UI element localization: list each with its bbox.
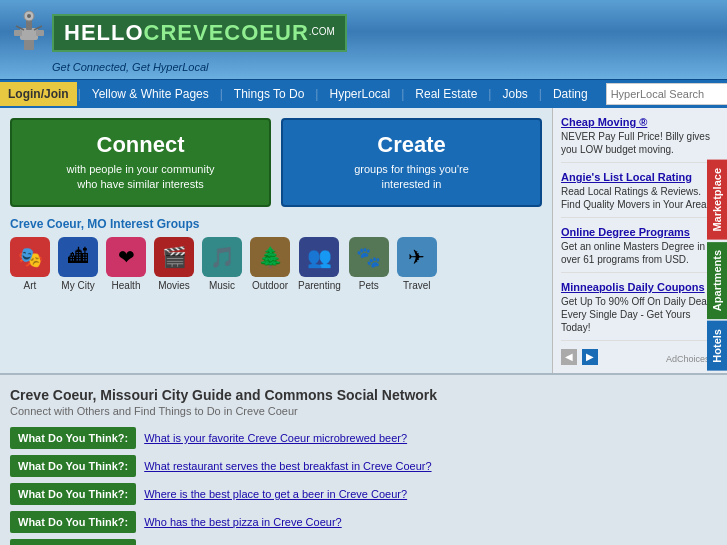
create-title: Create xyxy=(295,132,528,158)
my-city-label: My City xyxy=(61,280,94,291)
ad-angies-list: Angie's List Local Rating Read Local Rat… xyxy=(561,171,719,218)
ad-online-degree: Online Degree Programs Get an online Mas… xyxy=(561,226,719,273)
logo-text-box[interactable]: HELLOCREVECOEUR.COM xyxy=(52,14,347,52)
marketplace-tab[interactable]: Marketplace xyxy=(707,160,727,240)
nav-dating[interactable]: Dating xyxy=(543,82,598,106)
ad-prev-button[interactable]: ◀ xyxy=(561,349,577,365)
health-icon: ❤ xyxy=(106,237,146,277)
interest-music[interactable]: 🎵 Music xyxy=(202,237,242,291)
svg-point-6 xyxy=(27,14,31,18)
music-icon: 🎵 xyxy=(202,237,242,277)
nav-yellow-white[interactable]: Yellow & White Pages xyxy=(82,82,219,106)
parenting-label: Parenting xyxy=(298,280,341,291)
svg-rect-2 xyxy=(14,30,22,36)
outdoor-icon: 🌲 xyxy=(250,237,290,277)
ads-sidebar: Cheap Moving ® NEVER Pay Full Price! Bil… xyxy=(552,108,727,373)
logo-hello: HELLO xyxy=(64,20,144,45)
bottom-subtitle: Connect with Others and Find Things to D… xyxy=(10,405,717,417)
movies-label: Movies xyxy=(158,280,190,291)
nav-real-estate[interactable]: Real Estate xyxy=(405,82,487,106)
ad-online-degree-text: Get an online Masters Degree in over 61 … xyxy=(561,240,719,266)
satellite-icon xyxy=(10,8,48,58)
header-logo: HELLOCREVECOEUR.COM Get Connected, Get H… xyxy=(10,8,347,73)
bottom-section: Creve Coeur, Missouri City Guide and Com… xyxy=(0,373,727,545)
question-label-5: What Do You Think?: xyxy=(10,539,136,545)
ad-angies-list-text: Read Local Ratings & Reviews. Find Quali… xyxy=(561,185,719,211)
ad-angies-list-link[interactable]: Angie's List Local Rating xyxy=(561,171,719,183)
interest-travel[interactable]: ✈ Travel xyxy=(397,237,437,291)
svg-rect-3 xyxy=(36,30,44,36)
search-input[interactable] xyxy=(611,88,727,100)
question-label-2: What Do You Think?: xyxy=(10,455,136,477)
search-box: 🔍 xyxy=(606,83,727,105)
nav-jobs[interactable]: Jobs xyxy=(492,82,537,106)
main-content: Connect with people in your communitywho… xyxy=(0,108,727,373)
ad-minneapolis-coupons-link[interactable]: Minneapolis Daily Coupons xyxy=(561,281,719,293)
connect-title: Connect xyxy=(24,132,257,158)
page-wrapper: HELLOCREVECOEUR.COM Get Connected, Get H… xyxy=(0,0,727,545)
ad-minneapolis-coupons-text: Get Up To 90% Off On Daily Deals Every S… xyxy=(561,295,719,334)
ad-nav-buttons: ◀ ▶ xyxy=(561,349,600,365)
art-icon: 🎭 xyxy=(10,237,50,277)
logo-crevecoeur: CREVECOEUR xyxy=(144,20,309,45)
travel-label: Travel xyxy=(403,280,430,291)
interest-parenting[interactable]: 👥 Parenting xyxy=(298,237,341,291)
navbar-left: Login/Join | Yellow & White Pages | Thin… xyxy=(0,82,598,106)
right-tabs: Marketplace Apartments Hotels xyxy=(707,160,727,370)
logo-image-row: HELLOCREVECOEUR.COM xyxy=(10,8,347,58)
interest-groups-title: Creve Coeur, MO Interest Groups xyxy=(10,217,542,231)
ad-online-degree-link[interactable]: Online Degree Programs xyxy=(561,226,719,238)
question-row-2: What Do You Think?: What restaurant serv… xyxy=(10,455,717,477)
music-label: Music xyxy=(209,280,235,291)
question-row-3: What Do You Think?: Where is the best pl… xyxy=(10,483,717,505)
question-row-4: What Do You Think?: Who has the best piz… xyxy=(10,511,717,533)
create-box[interactable]: Create groups for things you'reintereste… xyxy=(281,118,542,207)
logo-com: .COM xyxy=(309,26,335,37)
question-label-3: What Do You Think?: xyxy=(10,483,136,505)
interest-my-city[interactable]: 🏙 My City xyxy=(58,237,98,291)
art-label: Art xyxy=(24,280,37,291)
interest-groups-list: 🎭 Art 🏙 My City ❤ Health 🎬 Movies 🎵 xyxy=(10,237,542,291)
bottom-title: Creve Coeur, Missouri City Guide and Com… xyxy=(10,387,717,403)
question-label-4: What Do You Think?: xyxy=(10,511,136,533)
connect-subtitle: with people in your communitywho have si… xyxy=(24,162,257,193)
outdoor-label: Outdoor xyxy=(252,280,288,291)
my-city-icon: 🏙 xyxy=(58,237,98,277)
health-label: Health xyxy=(112,280,141,291)
question-link-1[interactable]: What is your favorite Creve Coeur microb… xyxy=(144,432,407,444)
pets-icon: 🐾 xyxy=(349,237,389,277)
interest-art[interactable]: 🎭 Art xyxy=(10,237,50,291)
cta-row: Connect with people in your communitywho… xyxy=(10,118,542,207)
ad-cheap-moving-link[interactable]: Cheap Moving ® xyxy=(561,116,719,128)
hotels-tab[interactable]: Hotels xyxy=(707,321,727,371)
ad-cheap-moving: Cheap Moving ® NEVER Pay Full Price! Bil… xyxy=(561,116,719,163)
ad-minneapolis-coupons: Minneapolis Daily Coupons Get Up To 90% … xyxy=(561,281,719,341)
question-link-2[interactable]: What restaurant serves the best breakfas… xyxy=(144,460,431,472)
parenting-icon: 👥 xyxy=(299,237,339,277)
apartments-tab[interactable]: Apartments xyxy=(707,242,727,319)
question-link-3[interactable]: Where is the best place to get a beer in… xyxy=(144,488,407,500)
nav-things-todo[interactable]: Things To Do xyxy=(224,82,314,106)
question-row-1: What Do You Think?: What is your favorit… xyxy=(10,427,717,449)
movies-icon: 🎬 xyxy=(154,237,194,277)
interest-outdoor[interactable]: 🌲 Outdoor xyxy=(250,237,290,291)
question-row-5: What Do You Think?: What is the best coe… xyxy=(10,539,717,545)
nav-login-join[interactable]: Login/Join xyxy=(0,82,77,106)
question-label-1: What Do You Think?: xyxy=(10,427,136,449)
connect-box[interactable]: Connect with people in your communitywho… xyxy=(10,118,271,207)
interest-pets[interactable]: 🐾 Pets xyxy=(349,237,389,291)
nav-hyperlocal[interactable]: HyperLocal xyxy=(319,82,400,106)
pets-label: Pets xyxy=(359,280,379,291)
header: HELLOCREVECOEUR.COM Get Connected, Get H… xyxy=(0,0,727,79)
interest-health[interactable]: ❤ Health xyxy=(106,237,146,291)
logo-tagline: Get Connected, Get HyperLocal xyxy=(52,61,347,73)
content-left: Connect with people in your communitywho… xyxy=(0,108,552,373)
ad-cheap-moving-text: NEVER Pay Full Price! Billy gives you LO… xyxy=(561,130,719,156)
ad-next-button[interactable]: ▶ xyxy=(582,349,598,365)
create-subtitle: groups for things you'reinterested in xyxy=(295,162,528,193)
interest-movies[interactable]: 🎬 Movies xyxy=(154,237,194,291)
navbar: Login/Join | Yellow & White Pages | Thin… xyxy=(0,79,727,108)
question-link-4[interactable]: Who has the best pizza in Creve Coeur? xyxy=(144,516,342,528)
travel-icon: ✈ xyxy=(397,237,437,277)
